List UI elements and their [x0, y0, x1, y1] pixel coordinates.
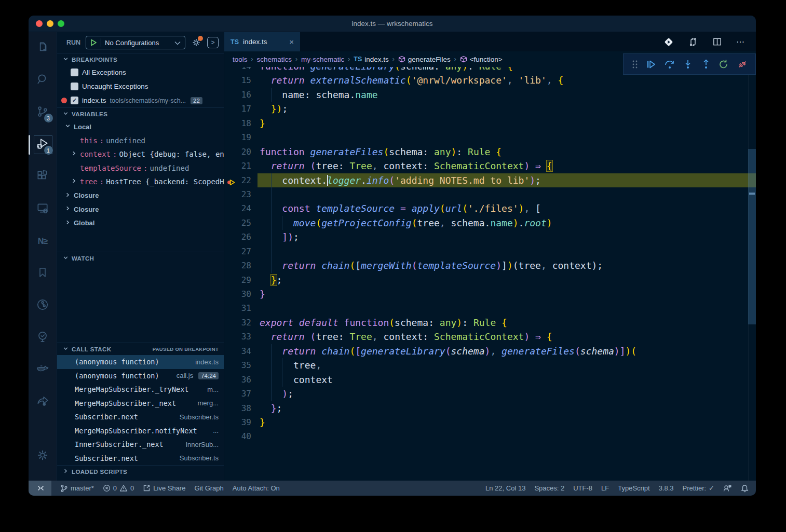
- disconnect-button[interactable]: [737, 59, 748, 70]
- step-over-button[interactable]: [664, 59, 675, 70]
- breakpoint-checkbox[interactable]: [71, 69, 78, 76]
- sidebar-item-test-explorer[interactable]: [29, 322, 57, 354]
- cursor-position-item[interactable]: Ln 22, Col 13: [485, 484, 525, 492]
- line-number-gutter[interactable]: 27: [224, 244, 258, 258]
- sidebar-item-run-debug[interactable]: 1: [29, 129, 57, 161]
- call-stack-frame[interactable]: MergeMapSubscriber.notifyNext...: [57, 424, 224, 438]
- code-editor[interactable]: 14function generateLibrary(schema: any):…: [224, 67, 756, 481]
- encoding-item[interactable]: UTF-8: [573, 484, 592, 492]
- line-number-gutter[interactable]: 36: [224, 373, 258, 387]
- variable-scope-local[interactable]: Local: [57, 120, 224, 134]
- restart-button[interactable]: [719, 59, 729, 70]
- feedback-item[interactable]: [723, 484, 732, 492]
- code-line[interactable]: 40: [224, 429, 756, 443]
- minimize-window-button[interactable]: [47, 20, 53, 27]
- breakpoint-item[interactable]: ✓index.tstools/schematics/my-sch...22: [57, 93, 224, 107]
- line-number-gutter[interactable]: 22: [224, 173, 258, 187]
- variables-section-header[interactable]: VARIABLES: [57, 107, 224, 120]
- breadcrumb-item[interactable]: my-schematic: [301, 56, 344, 63]
- tab-index-ts[interactable]: TS index.ts ×: [224, 32, 300, 51]
- line-number-gutter[interactable]: 39: [224, 415, 258, 429]
- sidebar-item-nx-console[interactable]: N≥: [29, 225, 57, 257]
- variable-row[interactable]: context: Object {debug: false, en…: [57, 147, 224, 161]
- sidebar-item-search[interactable]: [29, 64, 57, 97]
- continue-button[interactable]: [646, 59, 656, 70]
- manage-gear-button[interactable]: [29, 440, 57, 472]
- debug-console-button[interactable]: >: [207, 37, 219, 48]
- line-number-gutter[interactable]: 23: [224, 187, 258, 201]
- code-line[interactable]: 24 const templateSource = apply(url('./f…: [224, 201, 756, 215]
- code-line[interactable]: 20function generateFiles(schema: any): R…: [224, 145, 756, 159]
- code-text[interactable]: context: [258, 373, 756, 387]
- variable-scope-global[interactable]: Global: [57, 216, 224, 230]
- line-number-gutter[interactable]: 20: [224, 145, 258, 159]
- breakpoint-checkbox[interactable]: ✓: [71, 97, 78, 104]
- code-line[interactable]: 38 };: [224, 401, 756, 415]
- code-text[interactable]: return chain([generateLibrary(schema), g…: [258, 344, 756, 358]
- code-line[interactable]: 17 });: [224, 102, 756, 116]
- line-number-gutter[interactable]: 40: [224, 429, 258, 443]
- code-line[interactable]: 26 ]);: [224, 230, 756, 244]
- variable-row[interactable]: this: undefined: [57, 134, 224, 148]
- step-out-button[interactable]: [701, 59, 711, 70]
- code-text[interactable]: return chain([mergeWith(templateSource)]…: [258, 258, 756, 272]
- code-line[interactable]: 25 move(getProjectConfig(tree, schema.na…: [224, 216, 756, 230]
- code-text[interactable]: }: [258, 415, 756, 429]
- code-text[interactable]: return externalSchematic('@nrwl/workspac…: [258, 73, 756, 87]
- line-number-gutter[interactable]: 26: [224, 230, 258, 244]
- line-number-gutter[interactable]: 21: [224, 159, 258, 173]
- code-text[interactable]: return (tree: Tree, context: SchematicCo…: [258, 330, 756, 344]
- code-text[interactable]: name: schema.name: [258, 88, 756, 102]
- code-line[interactable]: 39}: [224, 415, 756, 429]
- line-number-gutter[interactable]: 34: [224, 344, 258, 358]
- code-line[interactable]: 15 return externalSchematic('@nrwl/works…: [224, 73, 756, 87]
- close-tab-icon[interactable]: ×: [289, 37, 294, 46]
- sidebar-item-docker[interactable]: [29, 354, 57, 386]
- line-number-gutter[interactable]: 16: [224, 88, 258, 102]
- code-line[interactable]: 16 name: schema.name: [224, 88, 756, 102]
- code-line[interactable]: 27: [224, 244, 756, 258]
- code-line[interactable]: 32export default function(schema: any): …: [224, 316, 756, 330]
- code-line[interactable]: 19: [224, 130, 756, 144]
- remote-indicator[interactable]: [29, 481, 51, 496]
- code-text[interactable]: move(getProjectConfig(tree, schema.name)…: [258, 216, 756, 230]
- breakpoint-item[interactable]: All Exceptions: [57, 65, 224, 79]
- variable-row[interactable]: templateSource: undefined: [57, 161, 224, 175]
- code-text[interactable]: return (tree: Tree, context: SchematicCo…: [258, 159, 756, 173]
- sidebar-item-explorer[interactable]: [29, 32, 57, 64]
- gitlens-diamond-icon[interactable]: [663, 37, 674, 47]
- call-stack-frame[interactable]: (anonymous function)call.js74:24: [57, 369, 224, 383]
- eol-item[interactable]: LF: [601, 484, 609, 492]
- breakpoint-checkbox[interactable]: [71, 83, 78, 90]
- start-debug-icon[interactable]: [90, 39, 97, 46]
- code-line[interactable]: 35 tree,: [224, 358, 756, 372]
- code-text[interactable]: [258, 429, 756, 443]
- code-text[interactable]: };: [258, 273, 756, 287]
- code-line[interactable]: 36 context: [224, 373, 756, 387]
- code-text[interactable]: tree,: [258, 358, 756, 372]
- breadcrumb-item[interactable]: generateFiles: [398, 56, 451, 63]
- ts-version-item[interactable]: 3.8.3: [659, 484, 674, 492]
- variable-scope-closure[interactable]: Closure: [57, 189, 224, 203]
- line-number-gutter[interactable]: 25: [224, 216, 258, 230]
- code-line[interactable]: 23: [224, 187, 756, 201]
- auto-attach-item[interactable]: Auto Attach: On: [233, 484, 280, 492]
- code-text[interactable]: }: [258, 287, 756, 301]
- variable-scope-closure[interactable]: Closure: [57, 202, 224, 216]
- line-number-gutter[interactable]: 33: [224, 330, 258, 344]
- code-text[interactable]: [258, 130, 756, 144]
- call-stack-frame[interactable]: MergeMapSubscriber._tryNextm...: [57, 383, 224, 397]
- code-line[interactable]: 28 return chain([mergeWith(templateSourc…: [224, 258, 756, 272]
- code-line[interactable]: 30}: [224, 287, 756, 301]
- breakpoints-section-header[interactable]: BREAKPOINTS: [57, 53, 224, 65]
- call-stack-frame[interactable]: Subscriber.nextSubscriber.ts: [57, 410, 224, 424]
- breadcrumb-item[interactable]: TSindex.ts: [354, 56, 389, 63]
- call-stack-frame[interactable]: (anonymous function)index.ts: [57, 355, 224, 369]
- line-number-gutter[interactable]: 24: [224, 201, 258, 215]
- call-stack-frame[interactable]: Subscriber.nextSubscriber.ts: [57, 452, 224, 466]
- breadcrumb-item[interactable]: schematics: [257, 56, 292, 63]
- code-text[interactable]: const templateSource = apply(url('./file…: [258, 201, 756, 215]
- code-text[interactable]: context.logger.info('adding NOTES.md to …: [258, 173, 756, 187]
- code-text[interactable]: ]);: [258, 230, 756, 244]
- code-text[interactable]: );: [258, 387, 756, 401]
